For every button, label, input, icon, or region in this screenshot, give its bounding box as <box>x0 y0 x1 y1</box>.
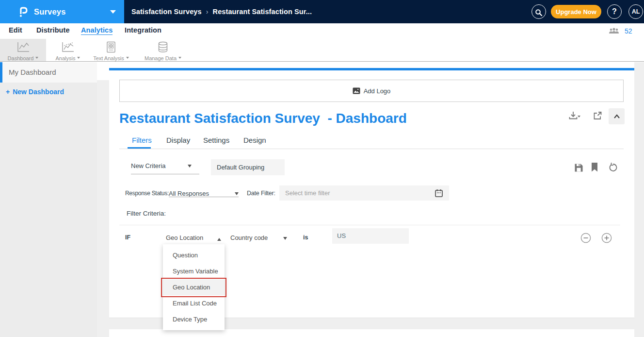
chevron-up-icon <box>612 112 621 121</box>
content-top-strip <box>97 62 634 68</box>
download-button[interactable] <box>566 111 580 121</box>
analysis-icon <box>61 41 75 53</box>
dropdown-option-system-variable[interactable]: System Variable <box>163 263 225 279</box>
chevron-down-icon <box>178 57 181 60</box>
operator-label: is <box>303 234 308 241</box>
tab-design[interactable]: Design <box>243 136 266 144</box>
sidebar-item-my-dashboard[interactable]: My Dashboard <box>0 62 97 83</box>
chevron-down-icon <box>578 116 580 119</box>
new-dashboard-button[interactable]: +New Dashboard <box>6 88 64 96</box>
plus-circle-icon <box>601 233 612 243</box>
select-underline <box>169 197 239 197</box>
calendar-icon <box>435 189 443 197</box>
criteria-value-input[interactable]: US <box>332 228 409 244</box>
reset-button[interactable] <box>608 163 618 172</box>
criteria-type-dropdown: Question System Variable Geo Location Em… <box>163 244 225 330</box>
breadcrumb-item[interactable]: Satisfaction Surveys <box>131 8 202 16</box>
search-icon <box>535 9 543 17</box>
toolbar-analysis[interactable]: Analysis <box>46 39 90 61</box>
text-analysis-icon <box>105 41 117 53</box>
add-criteria-button[interactable] <box>601 233 612 243</box>
bookmark-button[interactable] <box>590 162 598 173</box>
help-button[interactable]: ? <box>607 4 622 19</box>
app-switcher[interactable]: Surveys <box>0 0 124 23</box>
tab-analytics[interactable]: Analytics <box>81 27 113 35</box>
dashboard-icon <box>16 41 30 53</box>
chevron-up-icon <box>217 236 221 241</box>
dashboard-card: Add Logo Restaurant Satisfaction Survey … <box>109 68 634 318</box>
help-icon: ? <box>612 7 617 16</box>
collapse-button[interactable] <box>609 108 625 124</box>
criteria-field-select[interactable]: Country code <box>230 234 268 241</box>
people-icon <box>609 28 619 34</box>
top-header: Surveys Satisfaction Surveys›Restaurant … <box>0 0 644 23</box>
new-criteria-select[interactable]: New Criteria <box>131 162 166 169</box>
add-logo-box[interactable]: Add Logo <box>119 80 624 102</box>
chevron-down-icon <box>283 237 287 242</box>
analytics-toolbar: Dashboard Analysis Text Analysis Manage … <box>0 39 644 62</box>
toolbar-text-analysis[interactable]: Text Analysis <box>90 39 132 61</box>
criteria-type-select[interactable]: Geo Location <box>166 234 203 241</box>
chevron-down-icon <box>77 57 80 60</box>
toolbar-manage-data[interactable]: Manage Data <box>132 39 193 61</box>
response-status-select[interactable]: All Responses <box>169 190 209 197</box>
tab-distribute[interactable]: Distribute <box>36 27 70 35</box>
tab-filters[interactable]: Filters <box>132 136 152 144</box>
chevron-down-icon <box>188 165 192 169</box>
manage-data-icon <box>157 41 169 53</box>
reset-icon <box>608 163 618 172</box>
chevron-down-icon <box>35 57 38 60</box>
save-button[interactable] <box>574 163 583 173</box>
chevron-down-icon <box>110 10 116 17</box>
avatar[interactable]: AL <box>628 4 643 19</box>
dropdown-option-email-list-code[interactable]: Email List Code <box>163 295 225 311</box>
filter-criteria-label: Filter Criteria: <box>127 210 166 217</box>
search-button[interactable] <box>531 4 546 19</box>
bookmark-icon <box>591 162 598 172</box>
dropdown-option-question[interactable]: Question <box>163 247 225 263</box>
content-top-notch <box>97 62 109 80</box>
share-icon <box>593 111 602 120</box>
minus-circle-icon <box>580 233 591 243</box>
next-card-strip <box>109 329 634 337</box>
remove-criteria-button[interactable] <box>580 233 591 243</box>
plus-icon: + <box>6 88 10 96</box>
dropdown-option-geo-location[interactable]: Geo Location <box>163 279 225 295</box>
date-filter-label: Date Filter: <box>247 190 275 197</box>
select-underline <box>131 174 199 174</box>
chevron-down-icon <box>126 57 129 60</box>
page-title: Restaurant Satisfaction Survey - Dashboa… <box>119 111 407 126</box>
upgrade-button[interactable]: Upgrade Now <box>551 5 601 18</box>
image-icon <box>353 87 360 94</box>
breadcrumb: Satisfaction Surveys›Restaurant Satisfac… <box>131 0 312 23</box>
save-icon <box>574 163 583 172</box>
share-button[interactable] <box>593 111 602 120</box>
dashboard-sidebar: My Dashboard +New Dashboard <box>0 62 97 337</box>
time-filter-input[interactable]: Select time filter <box>279 185 449 201</box>
dashboard-content: Add Logo Restaurant Satisfaction Survey … <box>97 62 644 337</box>
tab-edit[interactable]: Edit <box>9 27 22 35</box>
survey-nav-tabs: Edit Distribute Analytics Integration 52 <box>0 23 644 39</box>
criteria-divider <box>119 225 620 225</box>
if-label: IF <box>125 234 130 241</box>
default-grouping-input[interactable]: Default Grouping <box>211 159 285 175</box>
questionpro-logo-icon <box>17 5 30 18</box>
product-name: Surveys <box>34 0 66 23</box>
breadcrumb-separator-icon: › <box>206 8 209 16</box>
tabs-divider <box>119 149 624 149</box>
tab-display[interactable]: Display <box>166 136 190 144</box>
tab-integration[interactable]: Integration <box>125 27 161 35</box>
response-status-label: Response Status: <box>125 190 169 197</box>
toolbar-dashboard[interactable]: Dashboard <box>0 39 46 61</box>
dropdown-option-device-type[interactable]: Device Type <box>163 311 225 327</box>
card-accent-bar <box>109 68 634 70</box>
breadcrumb-current: Restaurant Satisfaction Sur... <box>213 8 312 16</box>
download-icon <box>568 111 578 120</box>
tab-settings[interactable]: Settings <box>203 136 229 144</box>
